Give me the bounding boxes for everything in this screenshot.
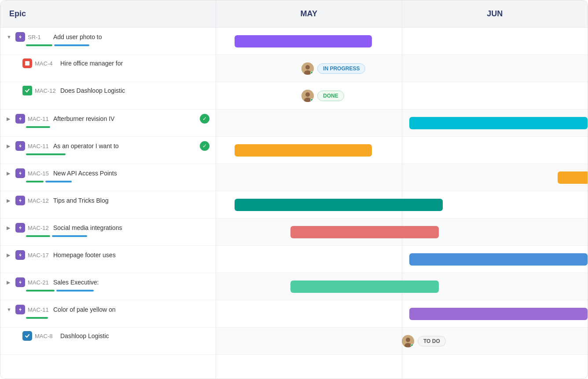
epic-icon — [22, 86, 32, 95]
epic-row-main: ▶MAC-11Afterburner revision IV✓ — [7, 114, 209, 124]
epic-row: ▶MAC-17Homepage footer uses — [0, 246, 216, 273]
progress-bars — [26, 290, 209, 292]
ticket-title: Color of pale yellow on — [53, 306, 116, 313]
epic-row-main: ▶MAC-12Tips and Tricks Blog — [7, 196, 209, 205]
ticket-id: MAC-11 — [28, 143, 51, 149]
progress-bars — [26, 153, 209, 155]
gantt-bar — [290, 226, 439, 238]
ticket-id: MAC-11 — [28, 116, 51, 122]
epic-icon — [15, 223, 25, 233]
progress-bar — [54, 44, 89, 46]
expand-chevron[interactable]: ▶ — [7, 280, 13, 285]
epic-row: ▶MAC-12Social media integrations — [0, 219, 216, 246]
expand-chevron[interactable]: ▶ — [7, 252, 13, 258]
avatar-status-group: TO DO — [402, 335, 446, 347]
status-pill: IN PROGRESS — [317, 63, 365, 74]
progress-bar — [26, 290, 55, 292]
ticket-title: Add user photo to — [53, 33, 102, 40]
expand-chevron[interactable]: ▼ — [7, 34, 13, 40]
progress-bar — [26, 181, 44, 182]
sub-epic-row: MAC-4Hire office manager for — [0, 55, 216, 82]
sub-ticket-title: Does Dashloop Logistic — [60, 87, 125, 94]
progress-bars — [26, 235, 209, 237]
avatar-status-group: DONE — [301, 90, 344, 102]
epic-icon — [15, 305, 25, 314]
status-pill: DONE — [317, 91, 344, 101]
epic-row: ▼MAC-11Color of pale yellow on — [0, 300, 216, 328]
ticket-id: MAC-17 — [28, 252, 51, 259]
sub-ticket-id: MAC-4 — [35, 60, 58, 67]
epic-row: ▶MAC-15New API Access Points — [0, 164, 216, 191]
expand-chevron[interactable]: ▶ — [7, 116, 13, 122]
progress-bar — [26, 317, 48, 319]
svg-marker-9 — [19, 280, 22, 284]
expand-chevron[interactable]: ▼ — [7, 307, 13, 312]
expand-chevron[interactable]: ▶ — [7, 143, 13, 149]
gantt-panel: MAY JUN IN PROGRESSDONETO DO — [216, 0, 588, 379]
done-badge: ✓ — [200, 141, 209, 151]
epic-icon — [15, 168, 25, 178]
epic-row-main: ▶MAC-11As an operator I want to✓ — [7, 141, 209, 151]
epic-icon — [22, 331, 32, 341]
gantt-body: IN PROGRESSDONETO DO — [216, 28, 588, 379]
expand-chevron[interactable]: ▶ — [7, 171, 13, 176]
svg-marker-10 — [19, 307, 22, 312]
gantt-bar — [409, 308, 588, 320]
avatar — [301, 62, 314, 75]
progress-bar — [26, 235, 50, 237]
sub-row-main: MAC-4Hire office manager for — [22, 58, 209, 68]
gantt-header: MAY JUN — [216, 0, 588, 28]
svg-rect-1 — [25, 61, 29, 66]
month-may: MAY — [216, 0, 402, 27]
ticket-title: Afterburner revision IV — [53, 115, 114, 122]
svg-marker-6 — [19, 198, 22, 203]
gantt-bar — [409, 117, 588, 129]
ticket-title: Sales Executive: — [53, 279, 99, 286]
sub-row-main: MAC-12Does Dashloop Logistic — [22, 86, 209, 95]
ticket-title: Social media integrations — [53, 224, 122, 231]
expand-chevron[interactable]: ▶ — [7, 225, 13, 231]
progress-bar — [45, 181, 72, 182]
sub-ticket-title: Hire office manager for — [60, 60, 123, 67]
epic-icon — [15, 277, 25, 287]
sub-ticket-id: MAC-8 — [35, 333, 58, 339]
epic-row: ▶MAC-11Afterburner revision IV✓ — [0, 109, 216, 137]
ticket-id: MAC-12 — [28, 197, 51, 204]
ticket-title: Tips and Tricks Blog — [53, 197, 109, 204]
epic-row-main: ▼SR-1Add user photo to — [7, 32, 209, 42]
progress-bars — [26, 317, 209, 319]
avatar — [301, 90, 314, 102]
epic-row: ▶MAC-12Tips and Tricks Blog — [0, 191, 216, 219]
bars-layer: IN PROGRESSDONETO DO — [216, 28, 588, 379]
progress-bars — [26, 44, 209, 46]
svg-marker-0 — [19, 35, 22, 39]
sub-epic-row: MAC-12Does Dashloop Logistic — [0, 82, 216, 109]
epic-row-main: ▶MAC-15New API Access Points — [7, 168, 209, 178]
epic-list: ▼SR-1Add user photo toMAC-4Hire office m… — [0, 28, 216, 379]
epic-title: Epic — [9, 9, 26, 18]
svg-marker-5 — [19, 171, 22, 175]
status-pill: TO DO — [418, 336, 446, 346]
epic-row-main: ▼MAC-11Color of pale yellow on — [7, 305, 209, 314]
sub-epic-row: MAC-8Dashloop Logistic — [0, 328, 216, 355]
main-container: Epic ▼SR-1Add user photo toMAC-4Hire off… — [0, 0, 588, 379]
epic-header: Epic — [0, 0, 216, 28]
sub-ticket-title: Dashloop Logistic — [60, 332, 109, 339]
progress-bars — [26, 126, 209, 128]
ticket-id: MAC-11 — [28, 306, 51, 313]
sub-row-main: MAC-8Dashloop Logistic — [22, 331, 209, 341]
epic-row-main: ▶MAC-21Sales Executive: — [7, 277, 209, 287]
svg-point-13 — [305, 65, 310, 69]
ticket-title: New API Access Points — [53, 170, 117, 177]
month-jun: JUN — [402, 0, 588, 27]
expand-chevron[interactable]: ▶ — [7, 198, 13, 204]
epic-icon — [22, 58, 32, 68]
gantt-bar — [235, 35, 372, 47]
epic-icon — [15, 250, 25, 260]
avatar-status-group: IN PROGRESS — [301, 62, 365, 75]
ticket-id: SR-1 — [28, 34, 51, 40]
progress-bar — [26, 153, 66, 155]
epic-row: ▶MAC-21Sales Executive: — [0, 273, 216, 300]
progress-bar — [52, 235, 87, 237]
epic-icon — [15, 32, 25, 42]
